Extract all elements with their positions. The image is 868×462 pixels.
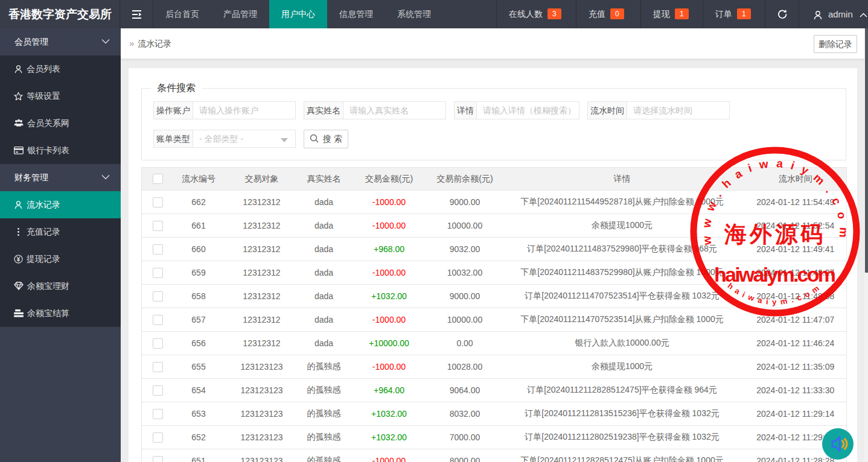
svg-text:haiwaiym.com: haiwaiym.com bbox=[714, 263, 836, 286]
svg-text:海外源码: 海外源码 bbox=[724, 222, 826, 247]
